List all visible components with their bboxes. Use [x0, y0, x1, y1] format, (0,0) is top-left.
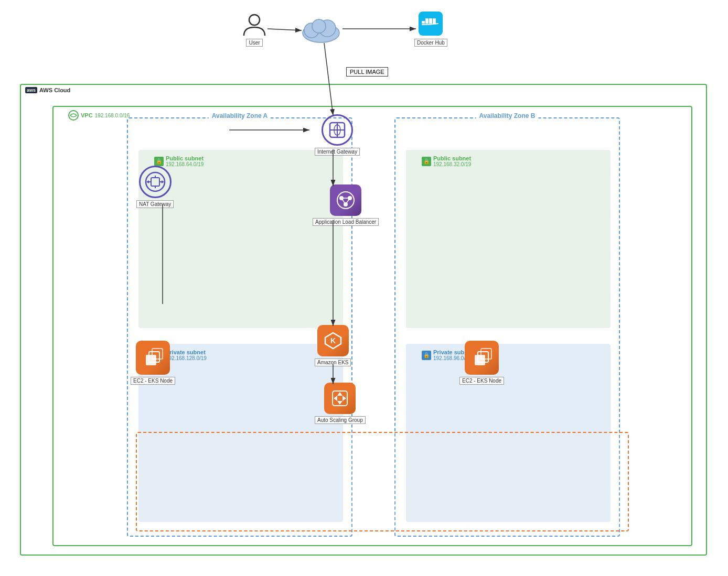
ec2-right-label: EC2 - EKS Node — [459, 377, 504, 385]
svg-marker-31 — [162, 180, 164, 183]
auto-scaling-group-border — [136, 432, 629, 531]
public-subnet-b-icon: 🔒 — [422, 157, 431, 166]
public-subnet-a-text: Public subnet — [166, 155, 204, 161]
nat-gateway-container: NAT Gateway — [136, 166, 174, 208]
svg-rect-11 — [429, 21, 432, 24]
svg-line-47 — [267, 29, 302, 30]
alb-svg — [336, 191, 355, 210]
ec2-right-icon — [465, 341, 499, 375]
public-subnet-b-label: 🔒 Public subnet 192.168.32.0/19 — [422, 155, 471, 167]
svg-rect-12 — [433, 21, 436, 24]
internet-gateway-label: Internet Gateway — [315, 148, 360, 156]
docker-label: Docker Hub — [414, 39, 447, 47]
public-subnet-a-icon: 🔒 — [154, 157, 164, 166]
ec2-right-svg — [472, 347, 493, 368]
vpc-label: VPC 192.168.0.0/16 — [68, 110, 130, 121]
svg-rect-26 — [151, 178, 159, 186]
asg-label: Auto Scaling Group — [315, 416, 366, 424]
svg-marker-37 — [337, 401, 342, 405]
docker-container: Docker Hub — [414, 10, 447, 47]
svg-marker-38 — [342, 396, 346, 401]
eks-svg: K — [324, 331, 342, 350]
cloud-container — [300, 15, 342, 45]
nat-gateway-label: NAT Gateway — [136, 200, 174, 208]
aws-cloud-label: aws AWS Cloud — [25, 87, 70, 93]
public-subnet-b: 🔒 Public subnet 192.168.32.0/19 — [406, 150, 611, 328]
user-container: User — [241, 10, 267, 47]
ec2-left-label: EC2 - EKS Node — [131, 377, 175, 385]
svg-line-22 — [341, 198, 346, 204]
vpc-label-text: VPC — [81, 112, 93, 118]
public-subnet-b-text: Public subnet — [433, 155, 471, 161]
svg-line-23 — [346, 198, 350, 204]
az-b-label: Availability Zone B — [476, 112, 539, 119]
svg-rect-40 — [146, 355, 156, 365]
svg-marker-36 — [337, 392, 342, 396]
asg-icon-box — [324, 383, 356, 414]
docker-icon — [417, 10, 444, 37]
ec2-right-container: EC2 - EKS Node — [459, 341, 504, 385]
alb-container: Application Load Balancer — [313, 184, 379, 226]
svg-rect-13 — [433, 18, 436, 21]
svg-rect-9 — [425, 21, 429, 24]
svg-rect-7 — [422, 21, 425, 24]
user-label: User — [246, 39, 262, 47]
ec2-left-icon — [136, 341, 170, 375]
internet-gateway-icon — [322, 114, 353, 146]
az-a-label: Availability Zone A — [209, 112, 271, 119]
public-subnet-b-cidr: 192.168.32.0/19 — [433, 161, 471, 167]
asg-container: Auto Scaling Group — [315, 383, 366, 424]
ec2-left-container: EC2 - EKS Node — [131, 341, 175, 385]
private-subnet-b-icon: 🔒 — [422, 351, 431, 360]
asg-svg — [330, 389, 349, 408]
svg-point-1 — [249, 15, 260, 25]
svg-marker-39 — [334, 396, 337, 401]
user-icon — [241, 10, 267, 37]
svg-text:K: K — [330, 336, 336, 345]
svg-rect-10 — [429, 18, 432, 21]
aws-cloud-text: AWS Cloud — [39, 87, 70, 93]
aws-badge: aws — [25, 87, 37, 93]
svg-rect-43 — [475, 355, 485, 365]
internet-gateway-svg — [328, 121, 347, 139]
ec2-left-svg — [143, 347, 164, 368]
diagram-canvas: aws AWS Cloud VPC 192.168.0.0/16 Availab… — [0, 0, 728, 576]
svg-point-5 — [312, 19, 326, 33]
eks-container: K Amazon EKS — [315, 325, 351, 366]
alb-icon — [330, 184, 361, 216]
svg-marker-32 — [146, 180, 149, 183]
svg-rect-8 — [425, 18, 429, 21]
pull-image-label: PULL IMAGE — [346, 67, 388, 77]
eks-icon: K — [317, 325, 349, 356]
internet-gateway-container: Internet Gateway — [315, 114, 360, 156]
aws-cloud-border: aws AWS Cloud VPC 192.168.0.0/16 Availab… — [20, 84, 707, 556]
vpc-icon — [68, 110, 79, 121]
eks-label: Amazon EKS — [315, 358, 351, 366]
nat-gateway-svg — [145, 171, 166, 192]
nat-gateway-icon — [139, 166, 172, 198]
vpc-cidr: 192.168.0.0/16 — [95, 113, 130, 118]
cloud-icon — [300, 15, 342, 44]
alb-label: Application Load Balancer — [313, 218, 379, 226]
